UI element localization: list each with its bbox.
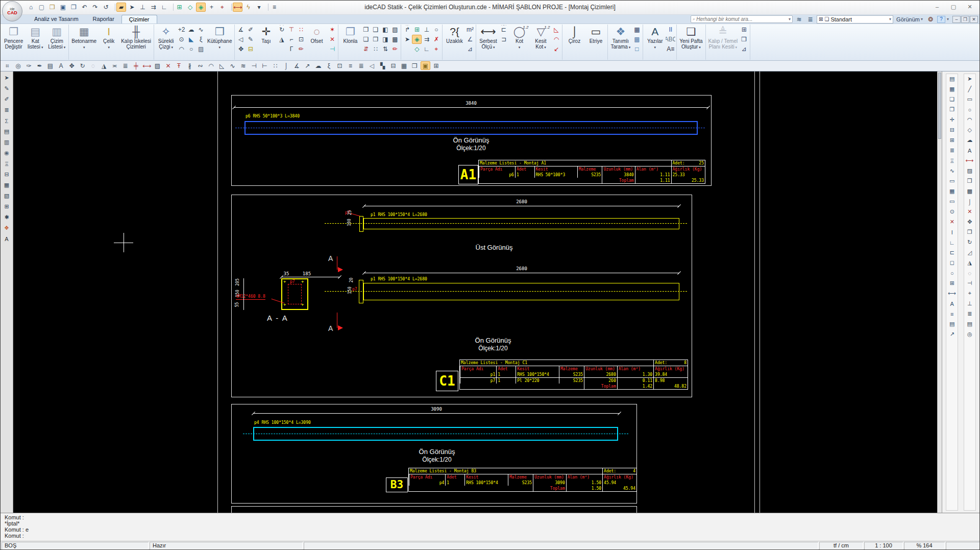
solid-hatch-icon[interactable]: ▩ <box>632 35 642 44</box>
node-lock-icon[interactable]: ◇ <box>185 3 195 12</box>
column-text-icon[interactable]: ΙΙ <box>666 25 675 34</box>
linear-dim-icon[interactable]: ⟷ <box>142 61 152 70</box>
column-icon[interactable]: Ξ <box>2 160 11 168</box>
bolt-icon[interactable]: ⊙ <box>947 208 957 216</box>
sheet-grid-icon[interactable]: ⊞ <box>739 25 749 34</box>
tangent-snap-icon[interactable]: ○ <box>431 25 441 34</box>
image-icon[interactable]: ▨ <box>196 44 206 54</box>
integral-tool-icon[interactable]: ⌡ <box>281 61 291 70</box>
move3-icon[interactable]: ✥ <box>965 218 974 226</box>
stirrup-icon[interactable]: ▭ <box>947 177 957 185</box>
move-tool-icon[interactable]: ✥ <box>67 61 77 70</box>
zoom-dynamic-icon[interactable]: ◎ <box>13 61 23 70</box>
channel-icon[interactable]: ⊏ <box>947 249 957 257</box>
cursor-up-icon[interactable]: ➤ <box>402 35 412 44</box>
point-snap-icon[interactable]: ⌖ <box>431 44 441 54</box>
group-icon[interactable]: ❑ <box>371 25 380 34</box>
annotate-a-icon[interactable]: A <box>2 235 11 243</box>
bring-front-icon[interactable]: ◧ <box>380 25 390 34</box>
tracking-icon[interactable]: ⇉ <box>149 3 158 12</box>
close-button[interactable]: ✕ <box>962 2 977 11</box>
rect2-icon[interactable]: ▭ <box>965 95 974 104</box>
pipette-icon[interactable]: ✎ <box>246 35 255 44</box>
table-icon[interactable]: ▦ <box>399 61 409 70</box>
break-line-icon[interactable]: ∦ <box>185 61 194 70</box>
text-import-icon[interactable]: ABC <box>666 35 675 44</box>
quick-command-icon[interactable]: ϟ <box>243 3 253 12</box>
polyline-tool-icon[interactable]: ∿ <box>228 61 237 70</box>
minimize-button[interactable]: – <box>929 2 945 11</box>
pencere-degistir-button[interactable]: ❐ Pencere Değiştir <box>3 25 24 50</box>
dimension-toggle-icon[interactable]: ⟷ <box>233 3 242 12</box>
axes2-icon[interactable]: ✛ <box>947 116 957 124</box>
grid-lock-icon[interactable]: ⊞ <box>175 3 184 12</box>
mirror-tool-icon[interactable]: ◮ <box>99 61 109 70</box>
surekli-cizgi-button[interactable]: ✧ Sürekli Çizgi <box>155 25 177 51</box>
kot-button[interactable]: 1.2 ◯ Kot <box>508 25 530 51</box>
klonla-button[interactable]: ❐ Klonla <box>339 25 361 50</box>
pencil-tool-icon[interactable]: ✎ <box>2 85 11 93</box>
slab-icon[interactable]: ▧ <box>2 192 11 200</box>
arc-icon[interactable]: ◠ <box>177 44 186 54</box>
slope-triangle-icon[interactable]: ◣ <box>186 35 196 44</box>
circle-tool-icon[interactable]: ◌ <box>88 61 98 70</box>
multibim-logo-icon[interactable]: ❖ <box>2 224 11 232</box>
tube-icon[interactable]: ◻ <box>947 259 957 267</box>
detail-b-icon[interactable]: ❐ <box>947 106 957 114</box>
frame-select-icon[interactable]: ⌗ <box>3 61 12 70</box>
mirror3-icon[interactable]: ◮ <box>965 259 974 267</box>
wall-icon[interactable]: ▦ <box>2 181 11 189</box>
level-mark-icon[interactable]: ⊤ <box>286 25 296 34</box>
trim-tool-icon[interactable]: ⊣ <box>249 61 259 70</box>
help-button[interactable]: ? <box>937 16 945 23</box>
style-combo[interactable]: ⊠ ❏ Standart ▾ <box>817 15 893 23</box>
tab-cizimler[interactable]: Çizimler <box>121 15 157 23</box>
pattern-icon[interactable]: ▚ <box>378 61 387 70</box>
spline-tool-icon[interactable]: ξ <box>324 61 334 70</box>
beam-detail-icon[interactable]: ≣ <box>947 147 957 155</box>
new-file-icon[interactable]: ▢ <box>37 3 46 12</box>
orbit-icon[interactable]: ↱ <box>402 25 412 34</box>
anchor-bolt-icon[interactable]: Ŧ <box>174 61 184 70</box>
block-icon[interactable]: ❒ <box>965 177 974 185</box>
serbest-olcu-button[interactable]: ⟷ Serbest Ölçü <box>477 25 499 51</box>
offset-tool-icon[interactable]: ≋ <box>238 61 248 70</box>
cloud2-icon[interactable]: ☁ <box>965 136 974 145</box>
dim-style-icon[interactable]: ⟷ <box>947 290 957 298</box>
tab-raporlar[interactable]: Raporlar <box>86 15 121 23</box>
save-icon[interactable]: ▣ <box>58 3 68 12</box>
home-icon[interactable]: ⌂ <box>26 3 36 12</box>
area-m2-icon[interactable]: m² <box>465 25 475 34</box>
layer-style-icon[interactable]: ≡ <box>947 310 957 318</box>
end-snap-icon[interactable]: ⌖ <box>217 3 227 12</box>
zoom2-icon[interactable]: ◎ <box>965 330 974 339</box>
align-tool-icon[interactable]: ≍ <box>110 61 119 70</box>
kat-listesi-button[interactable]: ▤ Kat listesi <box>24 25 46 51</box>
erase2-icon[interactable]: ✕ <box>965 208 974 216</box>
area-mm2-icon[interactable]: ⊿ <box>465 44 475 54</box>
qat-dropdown-icon[interactable]: ▾ <box>254 3 264 12</box>
circle2-icon[interactable]: ○ <box>965 106 974 114</box>
rebar-icon[interactable]: ∿ <box>947 167 957 175</box>
text-style2-icon[interactable]: A <box>947 300 957 308</box>
chamfer-tool-icon[interactable]: ◺ <box>217 61 227 70</box>
empty-hatch-icon[interactable]: □ <box>632 44 642 54</box>
mdi-minimize-button[interactable]: – <box>952 16 961 23</box>
props3-icon[interactable]: ▤ <box>965 320 974 328</box>
vertical-scrollbar[interactable] <box>937 71 942 513</box>
properties-icon[interactable]: ▧ <box>390 25 400 34</box>
ruler-pen-icon[interactable]: ✐ <box>246 25 255 34</box>
kesit-kot-button[interactable]: 1.2 ▽ Kesit Kot <box>530 25 551 51</box>
slope-dim-icon[interactable]: ◺ <box>551 25 561 34</box>
kalip-iskelesi-cizimleri-button[interactable]: ╫ Kalıp İskelesi Çizimleri <box>119 25 153 50</box>
status-unit[interactable]: tf / cm <box>819 542 863 549</box>
ungroup-icon[interactable]: ❒ <box>371 35 380 44</box>
brush-tool-icon[interactable]: ✐ <box>2 95 11 104</box>
grid3-icon[interactable]: ⊞ <box>947 279 957 288</box>
mid-snap-icon[interactable]: + <box>207 3 216 12</box>
command-log[interactable]: Komut :*İptal*Komut : eKomut : <box>1 513 979 541</box>
stretch-icon[interactable]: ✥ <box>236 44 246 54</box>
text-style-icon[interactable]: A≡ <box>666 44 675 54</box>
grid-view-icon[interactable]: ⊞ <box>431 61 441 70</box>
sigma-icon[interactable]: Σ <box>2 117 11 125</box>
